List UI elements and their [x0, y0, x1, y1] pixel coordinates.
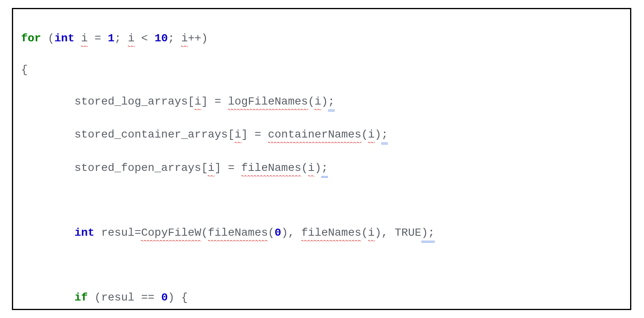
literal-1: 1: [108, 32, 115, 45]
var-i: i: [308, 160, 315, 176]
line-7: int resul=CopyFileW(fileNames(0), fileNa…: [21, 225, 622, 242]
literal-0: 0: [161, 291, 168, 304]
var-i: i: [208, 160, 214, 176]
hint-marker: ;: [328, 94, 335, 111]
var-i: i: [368, 225, 375, 241]
keyword-if: if: [74, 291, 88, 304]
literal-0: 0: [275, 227, 282, 239]
var-i: i: [128, 31, 135, 47]
fn-fileNames: fileNames: [241, 160, 301, 176]
fn-containerNames: containerNames: [268, 127, 361, 143]
var-i: i: [195, 94, 201, 110]
line-6: [21, 193, 622, 209]
line-3: stored_log_arrays[i] = logFileNames(i);: [21, 94, 622, 111]
hint-marker: );: [421, 225, 435, 242]
fn-logFileNames: logFileNames: [228, 94, 308, 110]
var-i: i: [368, 127, 375, 143]
literal-10: 10: [154, 32, 168, 45]
keyword-for: for: [21, 32, 41, 45]
type-int: int: [54, 32, 74, 45]
code-snippet-box: for (int i = 1; i < 10; i++) { stored_lo…: [12, 8, 631, 310]
var-i: i: [81, 31, 88, 47]
line-1: for (int i = 1; i < 10; i++): [21, 31, 622, 47]
line-5: stored_fopen_arrays[i] = fileNames(i);: [21, 160, 622, 178]
hint-marker: ;: [381, 127, 388, 144]
var-i: i: [314, 94, 321, 110]
fn-CopyFileW: CopyFileW: [141, 225, 201, 241]
hint-marker: ;: [321, 160, 328, 178]
line-9: if (resul == 0) {: [21, 290, 622, 306]
type-int: int: [74, 227, 94, 239]
fn-fileNames: fileNames: [301, 225, 361, 241]
var-i: i: [235, 127, 241, 143]
fn-fileNames: fileNames: [208, 225, 268, 241]
line-4: stored_container_arrays[i] = containerNa…: [21, 127, 622, 144]
line-2: {: [21, 62, 622, 78]
var-i: i: [181, 31, 188, 47]
line-8: [21, 258, 622, 274]
